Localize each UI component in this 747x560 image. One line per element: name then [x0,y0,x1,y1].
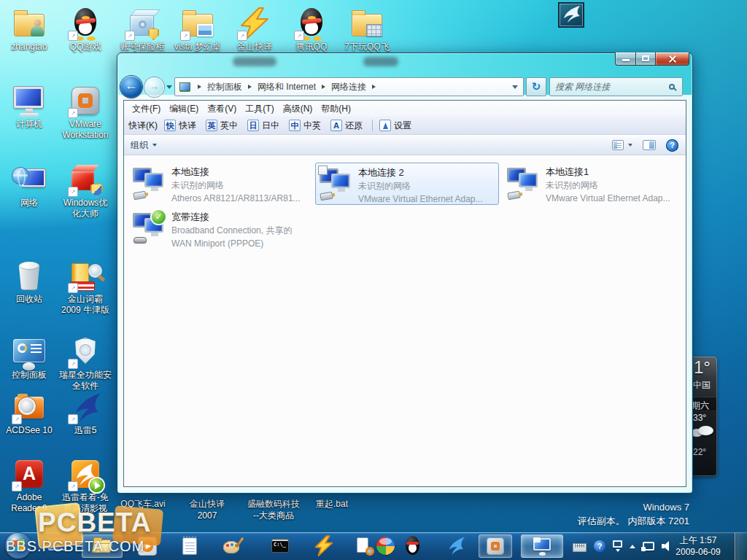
connection-item[interactable]: 本地连接1未识别的网络VMware Virtual Ethernet Adap.… [503,163,687,205]
desktop-icon-kingsoft-fastait[interactable]: 金山快译 [226,7,283,52]
breadcrumb-arrow-icon [248,85,252,89]
desktop-icon-vista-dream-desktop[interactable]: vista 梦幻桌 [169,7,226,52]
breadcrumb-item-3[interactable]: 网络连接 [331,81,366,93]
taskbar-button-paint[interactable] [217,534,247,558]
desktop-icon-control-panel[interactable]: 控制面板 [1,335,58,381]
shortcut-arrow-icon [68,283,78,293]
kingsoft-settings-label: 设置 [394,120,411,132]
cpanel-icon [12,335,47,369]
desktop-icon-tencent-qq[interactable]: 腾讯QQ [283,7,340,52]
organize-button[interactable]: 组织 [131,139,157,152]
paint-icon [221,535,243,557]
desktop-icon-zhangtao[interactable]: zhangtao [1,7,58,52]
show-desktop-button[interactable] [735,532,747,560]
kingsoft-fastait-icon [313,535,335,557]
network-connection-icon [132,166,169,200]
address-bar[interactable]: 控制面板网络和 Internet网络连接 [174,77,524,96]
tray-help-icon[interactable]: ? [594,540,605,552]
taskbar-button-network-connections[interactable] [521,534,563,558]
desktop-icon-label: 腾讯QQ [283,42,340,52]
pcbeta-watermark: PCBETA BBS.PCBETA.COM [4,502,187,560]
menu-item[interactable]: 高级(N) [279,101,317,117]
desktop-icon-label: 瑞星全功能安 全软件 [57,370,114,392]
connection-item[interactable]: 本地连接未识别的网络Atheros AR8121/AR8113/AR81... [129,163,313,205]
kingsoft-button-label: 日中 [262,120,279,132]
recent-pages-caret[interactable] [166,85,172,89]
desktop-icon-label-restart-bat[interactable]: 重起.bat [292,498,372,510]
close-button[interactable] [655,52,689,66]
forward-button[interactable]: → [144,77,164,97]
watermark-url: BBS.PCBETA.COM [6,538,144,555]
back-button[interactable]: ← [120,76,142,98]
taskbar-clock[interactable]: 上午 1:57 2009-06-09 [665,534,731,558]
menu-item[interactable]: 查看(V) [203,101,241,117]
minimize-button[interactable] [615,52,635,66]
connection-title: 本地连接 2 [358,166,497,179]
desktop-icon-rising-antivirus[interactable]: 瑞星全功能安 全软件 [57,335,114,392]
network-connections-icon [531,535,553,557]
kingsoft-button[interactable]: 快快译 [164,120,196,132]
taskbar-button-kingsoft-fastait[interactable] [309,534,338,558]
tray-up-arrow-icon[interactable] [630,545,635,548]
desktop-icon-thunder-5[interactable]: 迅雷5 [57,391,114,436]
desktop-icon-vmware-workstation[interactable]: VMware Workstation [57,85,114,141]
taskbar-button-cmd[interactable]: C:\_ [266,534,295,558]
kingsoft-button[interactable]: 中中英 [289,120,321,132]
connection-item[interactable]: ✓宽带连接Broadband Connection, 共享的WAN Minipo… [129,208,313,250]
refresh-button[interactable]: ↻ [526,77,546,96]
shortcut-arrow-icon [237,31,247,41]
taskbar-button-qq-speed[interactable] [441,534,470,558]
menu-item[interactable]: 工具(T) [241,101,278,117]
desktop-icon-acdsee-10[interactable]: ACDSee 10 [1,391,58,436]
kingsoft-badge: 英 [206,120,217,131]
connection-title: 宽带连接 [171,211,311,224]
breadcrumb-item-1[interactable]: 控制面板 [207,81,242,93]
desktop: zhangtaoQQ游戏账号保险柜vista 梦幻桌金山快译腾讯QQ7下玩QQ飞… [0,0,747,560]
views-icon[interactable] [612,140,624,150]
desktop-icon-label: 迅雷5 [57,425,114,436]
address-dropdown-caret[interactable] [512,85,518,89]
breadcrumb-item-2[interactable]: 网络和 Internet [258,81,316,93]
connection-status: 未识别的网络 [358,179,497,192]
kingsoft-button[interactable]: A还原 [330,120,363,132]
vmware-icon [484,535,506,557]
kingsoft-settings-button[interactable]: 设置 [379,120,411,132]
connection-item[interactable]: 本地连接 2未识别的网络VMware Virtual Ethernet Adap… [315,163,499,205]
menu-item[interactable]: 帮助(H) [317,101,355,117]
blurred-text-1 [233,57,276,66]
menu-item[interactable]: 编辑(E) [165,101,203,117]
desktop-icon-label: 网络 [1,198,58,209]
desktop-icon-account-safe[interactable]: 账号保险柜 [114,7,171,52]
desktop-icon-computer[interactable]: 计算机 [1,85,58,130]
organize-caret [152,144,157,147]
kingsoft-button[interactable]: 英英中 [206,120,238,132]
preview-pane-icon[interactable] [643,140,656,150]
shortcut-arrow-icon [68,187,78,197]
taskbar-button-qq-game-hall[interactable] [374,534,398,558]
rising-icon [68,335,103,369]
items-area: 本地连接未识别的网络Atheros AR8121/AR8113/AR81...本… [124,157,686,486]
desktop-icon-recycle-bin[interactable]: 回收站 [1,260,58,305]
tray-keyboard-icon[interactable] [573,541,587,552]
shortcut-arrow-icon [68,414,78,424]
desktop-icon-network[interactable]: 网络 [1,163,58,209]
acdsee-icon [12,391,47,424]
menu-item[interactable]: 文件(F) [128,101,165,117]
tray-window-small-icon[interactable] [613,540,622,552]
taskbar-button-vmware[interactable] [479,534,512,558]
desktop-icon-qq-games[interactable]: QQ游戏 [57,7,114,52]
taskbar-button-qq[interactable] [400,534,425,558]
views-caret[interactable] [628,144,632,147]
desktop-icon-kingsoft-ciba[interactable]: 金山词霸 2009 牛津版 [57,260,114,316]
search-box[interactable]: 搜索 网络连接 [549,77,683,96]
network-connection-icon: ✓ [132,211,169,245]
lightning-icon [237,7,272,41]
help-icon[interactable]: ? [666,139,678,152]
clock-time: 上午 1:57 [665,534,731,546]
blurred-text-2 [363,57,398,66]
kingsoft-button[interactable]: 日日中 [247,120,279,132]
tray-network-icon[interactable] [643,542,654,551]
desktop-icon-windows-youhua-dashi[interactable]: Windows优 化大师 [57,163,114,219]
command-bar: 组织 ? [124,135,686,155]
maximize-button[interactable] [635,52,655,66]
